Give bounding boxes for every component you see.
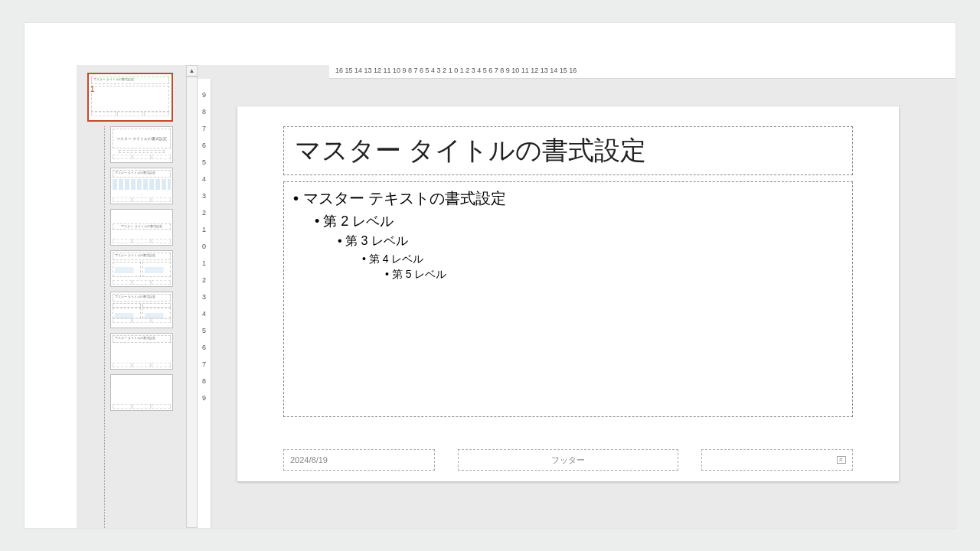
thumb-master-title: マスター タイトルの書式設定 — [91, 77, 169, 84]
h-ruler-ticks: 16 15 14 13 12 11 10 9 8 7 6 5 4 3 2 1 0… — [335, 67, 577, 74]
slide-master-thumbnail[interactable]: マスター タイトルの書式設定 — [87, 73, 173, 122]
scroll-up-button[interactable]: ▲ — [186, 65, 198, 77]
body-placeholder[interactable]: マスター テキストの書式設定 第 2 レベル 第 3 レベル 第 4 レベル 第… — [283, 181, 853, 417]
vertical-ruler[interactable]: 9 8 7 6 5 4 3 2 1 0 1 2 3 4 5 6 7 — [198, 79, 211, 528]
editor-area: 16 15 14 13 12 11 10 9 8 7 6 5 4 3 2 1 0… — [198, 65, 956, 528]
slide-number-placeholder[interactable] — [701, 449, 853, 471]
thumb-title: マスター タイトルの書式設定 — [113, 129, 171, 148]
date-placeholder[interactable]: 2024/8/19 — [283, 449, 435, 471]
thumbnail-panel: ▲ マスター タイトルの書式設定 マスター タイトルの書式設定 マスター タイト… — [77, 65, 198, 528]
slide-master-canvas[interactable]: マスター タイトルの書式設定 マスター テキストの書式設定 第 2 レベル 第 … — [237, 106, 899, 481]
body-level-1: マスター テキストの書式設定 — [293, 188, 843, 209]
title-placeholder[interactable]: マスター タイトルの書式設定 — [283, 126, 853, 175]
layout-thumbnail-comparison[interactable]: マスター タイトルの書式設定 — [110, 292, 173, 328]
slide-number-icon — [837, 456, 846, 464]
footer-placeholder[interactable]: フッター — [458, 449, 678, 471]
date-text: 2024/8/19 — [290, 455, 328, 465]
workspace: ▲ マスター タイトルの書式設定 マスター タイトルの書式設定 マスター タイト… — [77, 65, 956, 528]
body-level-3: 第 3 レベル — [338, 233, 843, 249]
layout-thumbnail-section-header[interactable]: マスター タイトルの書式設定 — [110, 209, 173, 246]
layout-thumbnail-title-slide[interactable]: マスター タイトルの書式設定 — [110, 126, 173, 163]
layout-thumbnail-two-content[interactable]: マスター タイトルの書式設定 — [110, 250, 173, 287]
horizontal-ruler[interactable]: 16 15 14 13 12 11 10 9 8 7 6 5 4 3 2 1 0… — [329, 65, 956, 79]
slide-master-editor: ▲ マスター タイトルの書式設定 マスター タイトルの書式設定 マスター タイト… — [24, 23, 956, 528]
body-level-2: 第 2 レベル — [315, 212, 843, 230]
layout-thumbnail-blank[interactable] — [110, 374, 173, 411]
body-level-4: 第 4 レベル — [362, 253, 843, 266]
footer-placeholders: 2024/8/19 フッター — [283, 449, 853, 471]
canvas-wrap: 9 8 7 6 5 4 3 2 1 0 1 2 3 4 5 6 7 — [198, 79, 956, 528]
body-level-5: 第 5 レベル — [385, 268, 843, 282]
scrollbar-track[interactable] — [186, 77, 198, 528]
layout-thumbnail-title-only[interactable]: マスター タイトルの書式設定 — [110, 333, 173, 370]
thumb-master-body — [91, 86, 169, 112]
content-placeholder-icon — [113, 179, 171, 190]
footer-text: フッター — [551, 455, 585, 466]
layout-thumbnail-title-content[interactable]: マスター タイトルの書式設定 — [110, 168, 173, 204]
thumbnail-list: マスター タイトルの書式設定 マスター タイトルの書式設定 マスター タイトルの… — [77, 73, 184, 411]
title-text: マスター タイトルの書式設定 — [295, 133, 841, 168]
